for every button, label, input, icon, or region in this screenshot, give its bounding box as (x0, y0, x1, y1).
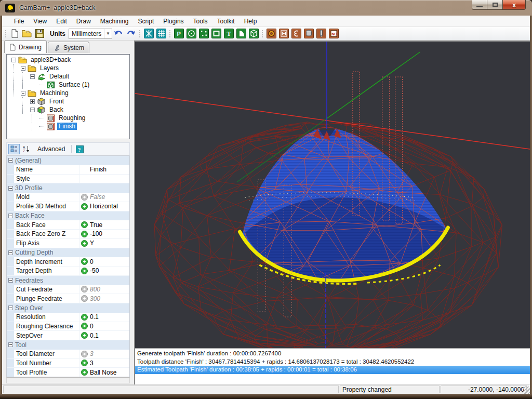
menu-machining[interactable]: Machining (96, 16, 134, 26)
green-arrow-icon[interactable] (79, 268, 89, 274)
category-collapse-icon[interactable] (8, 158, 13, 163)
property-value[interactable]: Horizontal (89, 203, 129, 210)
green-arrow-icon[interactable] (79, 221, 89, 228)
tab-drawing[interactable]: Drawing (4, 41, 47, 53)
dropdown-arrow-icon[interactable]: ▼ (104, 29, 112, 38)
property-value[interactable]: 3 (89, 350, 129, 357)
property-value[interactable]: 0 (89, 323, 129, 330)
green-arrow-icon[interactable] (79, 258, 89, 265)
gray-arrow-icon[interactable] (79, 351, 89, 357)
draw-arc-icon[interactable] (235, 28, 247, 39)
property-row-tool-diameter[interactable]: Tool Diameter3 (7, 350, 129, 359)
draw-text-icon[interactable]: T (223, 28, 234, 39)
new-file-icon[interactable] (9, 28, 20, 39)
green-arrow-icon[interactable] (79, 369, 89, 376)
help-button[interactable]: ? (74, 144, 85, 154)
property-grid[interactable]: (General)NameFinishStyle3D ProfileMoldFa… (6, 156, 130, 377)
tree-expander-minus[interactable] (11, 58, 16, 62)
tree-expander-plus[interactable] (30, 99, 35, 104)
property-value[interactable]: False (89, 193, 129, 201)
property-category-cutting-depth[interactable]: Cutting Depth (7, 248, 129, 258)
property-row-cut-feedrate[interactable]: Cut Feedrate800 (7, 285, 129, 295)
close-button[interactable]: x (503, 0, 526, 10)
property-row-profile-3d-method[interactable]: Profile 3D MethodHorizontal (7, 202, 129, 211)
property-category-3d-profile[interactable]: 3D Profile (7, 183, 129, 193)
property-value[interactable]: 300 (89, 295, 129, 302)
property-value[interactable]: -50 (89, 267, 129, 274)
units-dropdown[interactable]: Millimeters▼ (69, 29, 112, 39)
property-row-roughing-clearance[interactable]: Roughing Clearance0 (7, 322, 129, 331)
property-value[interactable]: Y (89, 240, 129, 247)
mop-profile-icon[interactable] (265, 28, 277, 39)
property-category-step-over[interactable]: Step Over (7, 303, 129, 313)
property-category-tool[interactable]: Tool (7, 340, 129, 350)
property-value[interactable]: 0 (89, 258, 129, 265)
mop-nc-file-icon[interactable]: NC (328, 28, 339, 39)
advanced-button[interactable]: Advanced (33, 144, 69, 154)
property-value[interactable]: 800 (89, 286, 129, 293)
property-value[interactable]: 0.1 (89, 313, 129, 321)
tree-item-default[interactable]: Default (7, 72, 129, 81)
menu-script[interactable]: Script (134, 16, 159, 26)
green-arrow-icon[interactable] (79, 360, 89, 366)
minimize-button[interactable] (472, 0, 487, 10)
green-arrow-icon[interactable] (79, 323, 89, 329)
redo-icon[interactable] (125, 28, 137, 39)
property-row-stepover[interactable]: StepOver0.1 (7, 331, 129, 340)
draw-rectangle-icon[interactable] (210, 28, 222, 39)
viewport-3d[interactable] (134, 41, 530, 348)
mop-engrave-icon[interactable] (290, 28, 302, 39)
grid-toggle-icon[interactable] (155, 28, 167, 39)
property-row-plunge-feedrate[interactable]: Plunge Feedrate300 (7, 294, 129, 303)
mop-pocket-icon[interactable] (278, 28, 289, 39)
menu-edit[interactable]: Edit (51, 16, 72, 26)
tree-expander-minus[interactable] (21, 91, 25, 96)
tree-item-finish[interactable]: Finish (7, 122, 129, 130)
property-value[interactable]: -100 (89, 230, 129, 237)
property-row-back-face[interactable]: Back FaceTrue (7, 220, 129, 230)
resize-grip[interactable] (523, 387, 530, 394)
property-row-style[interactable]: Style (7, 175, 129, 184)
gray-arrow-icon[interactable] (79, 286, 89, 292)
snap-points-icon[interactable] (143, 28, 154, 39)
draw-polyline-icon[interactable]: P (173, 28, 184, 39)
gray-arrow-icon[interactable] (79, 194, 89, 201)
category-collapse-icon[interactable] (8, 305, 13, 310)
green-arrow-icon[interactable] (79, 240, 89, 247)
menu-plugins[interactable]: Plugins (158, 16, 188, 26)
property-value[interactable]: 3 (89, 360, 129, 367)
category-collapse-icon[interactable] (8, 342, 13, 347)
property-value[interactable]: Ball Nose (89, 369, 129, 376)
property-category-feedrates[interactable]: Feedrates (7, 276, 129, 285)
object-tree[interactable]: apple3D+backLayersDefaultSurface (1)Mach… (6, 54, 130, 139)
log-line-1[interactable]: Generate toolpath 'Finish' duration : 00… (135, 350, 530, 358)
menu-tools[interactable]: Tools (189, 16, 212, 26)
tree-item-apple3d-back[interactable]: apple3D+back (7, 56, 129, 64)
property-value[interactable]: True (89, 221, 129, 229)
menu-view[interactable]: View (29, 16, 51, 26)
maximize-button[interactable] (487, 0, 503, 10)
category-collapse-icon[interactable] (8, 278, 13, 283)
tree-expander-minus[interactable] (30, 108, 35, 112)
property-row-flip-axis[interactable]: Flip AxisY (7, 239, 129, 248)
property-row-depth-increment[interactable]: Depth Increment0 (7, 257, 129, 267)
green-arrow-icon[interactable] (79, 332, 89, 339)
property-row-tool-profile[interactable]: Tool ProfileBall Nose (7, 368, 129, 377)
tree-item-back[interactable]: Back (7, 105, 129, 114)
tree-expander-minus[interactable] (21, 66, 25, 71)
mop-drill-icon[interactable] (303, 28, 314, 39)
green-arrow-icon[interactable] (79, 203, 89, 210)
open-file-icon[interactable] (21, 28, 33, 39)
tree-item-machining[interactable]: Machining (7, 89, 129, 97)
draw-points-icon[interactable] (198, 28, 209, 39)
message-log[interactable]: Generate toolpath 'Finish' duration : 00… (134, 348, 530, 384)
tree-item-front[interactable]: Front (7, 97, 129, 105)
tree-item-layers[interactable]: Layers (7, 64, 129, 72)
title-bar[interactable]: CamBam+ apple3D+back (0, 0, 532, 16)
draw-surface-icon[interactable] (248, 28, 259, 39)
property-category-back-face[interactable]: Back Face (7, 211, 129, 221)
log-line-3[interactable]: Estimated Toolpath 'Finish' duration : 0… (135, 366, 530, 374)
property-row-name[interactable]: NameFinish (7, 165, 129, 175)
undo-icon[interactable] (113, 28, 124, 39)
categorized-view-button[interactable] (8, 144, 20, 154)
